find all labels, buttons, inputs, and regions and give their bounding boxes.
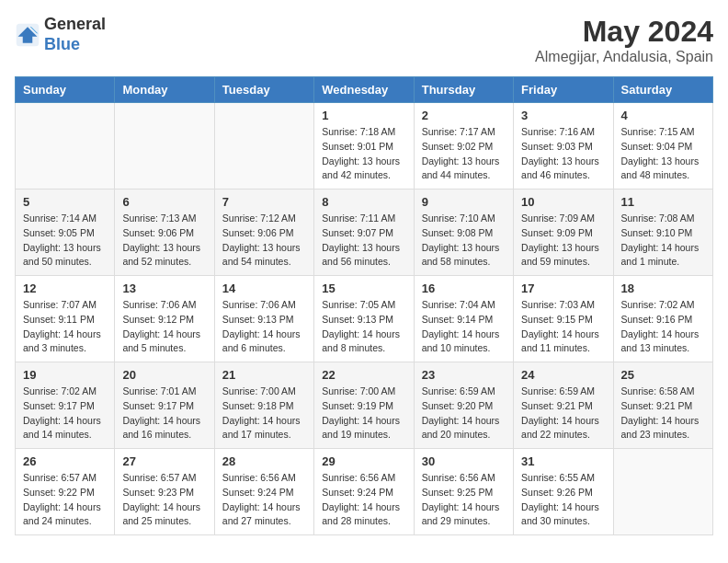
day-info: Sunrise: 7:07 AMSunset: 9:11 PMDaylight:… (23, 298, 107, 356)
day-info: Sunrise: 7:12 AMSunset: 9:06 PMDaylight:… (222, 212, 306, 270)
calendar-cell: 6Sunrise: 7:13 AMSunset: 9:06 PMDaylight… (115, 190, 214, 276)
calendar-cell (613, 449, 712, 535)
day-info: Sunrise: 7:00 AMSunset: 9:18 PMDaylight:… (222, 385, 306, 442)
calendar-cell: 27Sunrise: 6:57 AMSunset: 9:23 PMDayligh… (115, 449, 214, 535)
calendar-cell: 22Sunrise: 7:00 AMSunset: 9:19 PMDayligh… (314, 362, 414, 449)
day-info: Sunrise: 7:04 AMSunset: 9:14 PMDaylight:… (422, 298, 506, 356)
calendar-cell: 23Sunrise: 6:59 AMSunset: 9:20 PMDayligh… (414, 362, 513, 449)
calendar-cell: 31Sunrise: 6:55 AMSunset: 9:26 PMDayligh… (514, 449, 613, 535)
day-info: Sunrise: 6:55 AMSunset: 9:26 PMDaylight:… (521, 471, 605, 529)
day-number: 14 (222, 282, 306, 295)
month-title: May 2024 (535, 15, 713, 49)
day-number: 23 (422, 368, 506, 382)
day-info: Sunrise: 7:16 AMSunset: 9:03 PMDaylight:… (521, 125, 605, 183)
day-number: 2 (422, 109, 506, 122)
calendar-cell (115, 103, 214, 190)
day-info: Sunrise: 7:17 AMSunset: 9:02 PMDaylight:… (422, 125, 506, 183)
calendar-cell: 3Sunrise: 7:16 AMSunset: 9:03 PMDaylight… (514, 103, 613, 190)
logo: General Blue (15, 15, 106, 54)
day-info: Sunrise: 7:09 AMSunset: 9:09 PMDaylight:… (521, 212, 605, 270)
calendar-cell: 8Sunrise: 7:11 AMSunset: 9:07 PMDaylight… (314, 190, 414, 276)
day-number: 27 (122, 454, 206, 468)
calendar-cell: 18Sunrise: 7:02 AMSunset: 9:16 PMDayligh… (613, 276, 712, 362)
calendar-cell: 1Sunrise: 7:18 AMSunset: 9:01 PMDaylight… (314, 103, 414, 190)
page-header: General Blue May 2024 Almegijar, Andalus… (15, 15, 713, 65)
calendar-cell: 21Sunrise: 7:00 AMSunset: 9:18 PMDayligh… (214, 362, 313, 449)
day-number: 12 (23, 282, 107, 295)
day-number: 16 (422, 282, 506, 295)
calendar-cell: 5Sunrise: 7:14 AMSunset: 9:05 PMDaylight… (16, 190, 115, 276)
day-number: 5 (23, 195, 107, 209)
calendar-week-row: 1Sunrise: 7:18 AMSunset: 9:01 PMDaylight… (16, 103, 713, 190)
day-info: Sunrise: 7:01 AMSunset: 9:17 PMDaylight:… (122, 385, 206, 442)
day-number: 13 (122, 282, 206, 295)
day-number: 20 (122, 368, 206, 382)
calendar-cell: 15Sunrise: 7:05 AMSunset: 9:13 PMDayligh… (314, 276, 414, 362)
calendar: SundayMondayTuesdayWednesdayThursdayFrid… (15, 76, 713, 535)
title-block: May 2024 Almegijar, Andalusia, Spain (535, 15, 713, 65)
day-number: 31 (521, 454, 605, 468)
day-info: Sunrise: 6:57 AMSunset: 9:22 PMDaylight:… (23, 471, 107, 529)
day-info: Sunrise: 6:56 AMSunset: 9:24 PMDaylight:… (322, 471, 405, 529)
weekday-header: Monday (115, 77, 214, 103)
day-number: 17 (521, 282, 605, 295)
calendar-week-row: 19Sunrise: 7:02 AMSunset: 9:17 PMDayligh… (16, 362, 713, 449)
calendar-cell: 26Sunrise: 6:57 AMSunset: 9:22 PMDayligh… (16, 449, 115, 535)
calendar-cell: 25Sunrise: 6:58 AMSunset: 9:21 PMDayligh… (613, 362, 712, 449)
day-number: 8 (322, 195, 405, 209)
calendar-cell: 24Sunrise: 6:59 AMSunset: 9:21 PMDayligh… (514, 362, 613, 449)
day-number: 3 (521, 109, 605, 122)
weekday-header-row: SundayMondayTuesdayWednesdayThursdayFrid… (16, 77, 713, 103)
day-info: Sunrise: 6:59 AMSunset: 9:21 PMDaylight:… (521, 385, 605, 442)
calendar-week-row: 5Sunrise: 7:14 AMSunset: 9:05 PMDaylight… (16, 190, 713, 276)
day-number: 30 (422, 454, 506, 468)
weekday-header: Wednesday (314, 77, 414, 103)
day-info: Sunrise: 6:56 AMSunset: 9:24 PMDaylight:… (222, 471, 306, 529)
day-info: Sunrise: 7:10 AMSunset: 9:08 PMDaylight:… (422, 212, 506, 270)
calendar-cell: 28Sunrise: 6:56 AMSunset: 9:24 PMDayligh… (214, 449, 313, 535)
day-info: Sunrise: 7:06 AMSunset: 9:13 PMDaylight:… (222, 298, 306, 356)
day-number: 29 (322, 454, 405, 468)
calendar-cell: 4Sunrise: 7:15 AMSunset: 9:04 PMDaylight… (613, 103, 712, 190)
logo-text: General Blue (44, 15, 106, 54)
day-number: 15 (322, 282, 405, 295)
calendar-week-row: 12Sunrise: 7:07 AMSunset: 9:11 PMDayligh… (16, 276, 713, 362)
day-info: Sunrise: 7:03 AMSunset: 9:15 PMDaylight:… (521, 298, 605, 356)
calendar-cell: 29Sunrise: 6:56 AMSunset: 9:24 PMDayligh… (314, 449, 414, 535)
weekday-header: Thursday (414, 77, 513, 103)
weekday-header: Sunday (16, 77, 115, 103)
day-number: 6 (122, 195, 206, 209)
calendar-cell: 14Sunrise: 7:06 AMSunset: 9:13 PMDayligh… (214, 276, 313, 362)
day-number: 10 (521, 195, 605, 209)
day-info: Sunrise: 7:05 AMSunset: 9:13 PMDaylight:… (322, 298, 405, 356)
day-info: Sunrise: 6:57 AMSunset: 9:23 PMDaylight:… (122, 471, 206, 529)
calendar-cell: 10Sunrise: 7:09 AMSunset: 9:09 PMDayligh… (514, 190, 613, 276)
calendar-cell: 20Sunrise: 7:01 AMSunset: 9:17 PMDayligh… (115, 362, 214, 449)
day-info: Sunrise: 7:14 AMSunset: 9:05 PMDaylight:… (23, 212, 107, 270)
calendar-cell (214, 103, 313, 190)
day-info: Sunrise: 7:13 AMSunset: 9:06 PMDaylight:… (122, 212, 206, 270)
day-info: Sunrise: 6:59 AMSunset: 9:20 PMDaylight:… (422, 385, 506, 442)
day-number: 22 (322, 368, 405, 382)
day-number: 24 (521, 368, 605, 382)
weekday-header: Tuesday (214, 77, 313, 103)
calendar-cell: 30Sunrise: 6:56 AMSunset: 9:25 PMDayligh… (414, 449, 513, 535)
day-number: 11 (621, 195, 705, 209)
day-number: 21 (222, 368, 306, 382)
day-number: 28 (222, 454, 306, 468)
day-info: Sunrise: 7:11 AMSunset: 9:07 PMDaylight:… (322, 212, 405, 270)
calendar-cell: 11Sunrise: 7:08 AMSunset: 9:10 PMDayligh… (613, 190, 712, 276)
day-number: 26 (23, 454, 107, 468)
calendar-cell (16, 103, 115, 190)
calendar-week-row: 26Sunrise: 6:57 AMSunset: 9:22 PMDayligh… (16, 449, 713, 535)
day-info: Sunrise: 7:06 AMSunset: 9:12 PMDaylight:… (122, 298, 206, 356)
day-info: Sunrise: 6:58 AMSunset: 9:21 PMDaylight:… (621, 385, 705, 442)
calendar-cell: 2Sunrise: 7:17 AMSunset: 9:02 PMDaylight… (414, 103, 513, 190)
calendar-cell: 17Sunrise: 7:03 AMSunset: 9:15 PMDayligh… (514, 276, 613, 362)
day-number: 4 (621, 109, 705, 122)
day-info: Sunrise: 7:15 AMSunset: 9:04 PMDaylight:… (621, 125, 705, 183)
calendar-cell: 7Sunrise: 7:12 AMSunset: 9:06 PMDaylight… (214, 190, 313, 276)
day-info: Sunrise: 7:08 AMSunset: 9:10 PMDaylight:… (621, 212, 705, 270)
day-info: Sunrise: 7:02 AMSunset: 9:17 PMDaylight:… (23, 385, 107, 442)
day-number: 18 (621, 282, 705, 295)
